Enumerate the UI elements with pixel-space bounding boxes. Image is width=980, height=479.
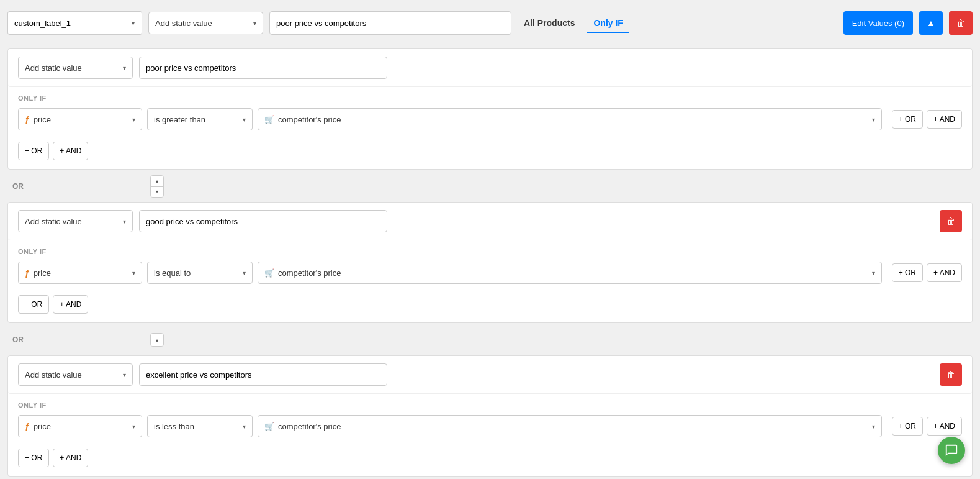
static-row-1: Add static value ▾ [8, 49, 972, 87]
rule-block-1: Add static value ▾ ONLY IF ƒ price ▾ is … [7, 48, 973, 170]
custom-label-input[interactable] [7, 11, 125, 35]
condition-val-2[interactable]: 🛒 competitor's price ▾ [258, 262, 882, 284]
or-btn-bottom-1[interactable]: + OR [18, 142, 49, 160]
rule-block-3: Add static value ▾ 🗑 ONLY IF ƒ price ▾ [7, 355, 973, 477]
static-dropdown-2[interactable]: Add static value ▾ [18, 210, 133, 232]
reorder-up-2[interactable]: ▴ [151, 334, 163, 346]
or-btn-bottom-3[interactable]: + OR [18, 449, 49, 467]
label-box: ▾ [7, 11, 142, 35]
rule-1-value-input[interactable] [139, 57, 387, 79]
reorder-control-2: ▴ [150, 333, 164, 347]
condition-field-1[interactable]: ƒ price ▾ [18, 108, 142, 130]
and-btn-bottom-2[interactable]: + AND [53, 295, 88, 314]
move-up-button[interactable]: ▲ [919, 11, 943, 35]
caret-val-3: ▾ [872, 423, 875, 430]
caret-val-2: ▾ [872, 270, 875, 276]
static-dropdown-label-3: Add static value [25, 370, 82, 380]
rule-2-only-if-header: ONLY IF ƒ price ▾ is equal to ▾ 🛒 compet… [8, 240, 972, 293]
only-if-tab[interactable]: Only IF [587, 14, 629, 33]
and-btn-bottom-3[interactable]: + AND [53, 449, 88, 467]
condition-field-2[interactable]: ƒ price ▾ [18, 262, 142, 284]
trash-icon-2: 🗑 [946, 216, 955, 226]
caret-op-3: ▾ [243, 423, 246, 430]
caret-field-3: ▾ [132, 423, 135, 430]
top-row: ▾ Add static value ▾ All Products Only I… [7, 7, 973, 39]
condition-val-label-2: competitor's price [278, 268, 341, 278]
delete-top-button[interactable]: 🗑 [949, 11, 973, 35]
condition-op-2[interactable]: is equal to ▾ [147, 262, 253, 284]
value-input-1[interactable] [269, 11, 511, 35]
main-container: ▾ Add static value ▾ All Products Only I… [0, 0, 980, 479]
label-chevron[interactable]: ▾ [125, 11, 142, 35]
rule-1-only-if-header: ONLY IF ƒ price ▾ is greater than ▾ 🛒 co… [8, 87, 972, 139]
reorder-btns-1: ▴ ▾ [150, 175, 164, 198]
static-dropdown-label-2: Add static value [25, 217, 82, 226]
condition-field-label-3: price [34, 422, 51, 431]
or-button-3[interactable]: + OR [892, 417, 923, 436]
action-btns-1: + OR + AND [892, 110, 962, 129]
rule-2-value-input[interactable] [139, 210, 387, 232]
condition-val-3[interactable]: 🛒 competitor's price ▾ [258, 415, 882, 437]
caret-icon-2: ▾ [123, 218, 126, 225]
caret-field-2: ▾ [132, 270, 135, 276]
static-dropdown-3[interactable]: Add static value ▾ [18, 363, 133, 386]
only-if-label-3: ONLY IF [18, 401, 962, 409]
caret-down-icon: ▾ [253, 20, 256, 27]
condition-field-label-1: price [34, 115, 51, 124]
chat-bubble[interactable] [938, 437, 965, 464]
or-button-1[interactable]: + OR [892, 110, 923, 129]
condition-field-label-2: price [34, 268, 51, 278]
trash-icon-3: 🗑 [946, 370, 955, 380]
rule-3-only-if-header: ONLY IF ƒ price ▾ is less than ▾ 🛒 compe… [8, 394, 972, 446]
rules-container: Add static value ▾ ONLY IF ƒ price ▾ is … [7, 48, 973, 479]
caret-val-1: ▾ [872, 116, 875, 123]
and-button-3[interactable]: + AND [927, 417, 962, 436]
or-label-1: OR [12, 182, 24, 191]
condition-row-1: ƒ price ▾ is greater than ▾ 🛒 competitor… [18, 108, 962, 130]
f-icon-1: ƒ [25, 114, 30, 124]
condition-val-1[interactable]: 🛒 competitor's price ▾ [258, 108, 882, 130]
f-icon-2: ƒ [25, 268, 30, 278]
chat-icon [945, 444, 958, 457]
or-btn-bottom-2[interactable]: + OR [18, 295, 49, 314]
all-products-tab[interactable]: All Products [518, 14, 581, 32]
action-btns-2: + OR + AND [892, 263, 962, 282]
caret-icon-3: ▾ [123, 372, 126, 378]
edit-values-button[interactable]: Edit Values (0) [843, 11, 913, 35]
condition-row-3: ƒ price ▾ is less than ▾ 🛒 competitor's … [18, 415, 962, 437]
and-btn-bottom-1[interactable]: + AND [53, 142, 88, 160]
delete-rule-3[interactable]: 🗑 [940, 363, 962, 386]
condition-op-label-3: is less than [154, 422, 194, 431]
and-button-1[interactable]: + AND [927, 110, 962, 129]
f-icon-3: ƒ [25, 421, 30, 431]
reorder-down-1[interactable]: ▾ [151, 187, 163, 198]
condition-row-2: ƒ price ▾ is equal to ▾ 🛒 competitor's p… [18, 262, 962, 284]
static-dropdown-1[interactable]: Add static value ▾ [18, 57, 133, 79]
condition-op-label-2: is equal to [154, 268, 191, 278]
bottom-btns-2: + OR + AND [8, 293, 972, 322]
and-button-2[interactable]: + AND [927, 263, 962, 282]
condition-field-3[interactable]: ƒ price ▾ [18, 415, 142, 437]
static-row-2: Add static value ▾ 🗑 [8, 203, 972, 240]
cart-icon-3: 🛒 [264, 422, 274, 431]
static-value-label: Add static value [155, 19, 212, 28]
delete-rule-2[interactable]: 🗑 [940, 210, 962, 232]
trash-icon: 🗑 [956, 18, 965, 28]
reorder-up-1[interactable]: ▴ [151, 176, 163, 187]
cart-icon-1: 🛒 [264, 115, 274, 124]
rule-3-value-input[interactable] [139, 363, 387, 386]
condition-val-label-3: competitor's price [278, 422, 341, 431]
caret-icon: ▾ [123, 65, 126, 71]
action-btns-3: + OR + AND [892, 417, 962, 436]
condition-op-3[interactable]: is less than ▾ [147, 415, 253, 437]
rule-block-2: Add static value ▾ 🗑 ONLY IF ƒ price ▾ [7, 202, 973, 323]
condition-op-1[interactable]: is greater than ▾ [147, 108, 253, 130]
only-if-label-2: ONLY IF [18, 248, 962, 255]
reorder-control-1: ▴ ▾ [150, 175, 164, 198]
cart-icon-2: 🛒 [264, 268, 274, 278]
static-value-dropdown[interactable]: Add static value ▾ [148, 12, 263, 34]
or-button-2[interactable]: + OR [892, 263, 923, 282]
or-label-2: OR [12, 335, 24, 344]
bottom-btns-3: + OR + AND [8, 446, 972, 476]
bottom-btns-1: + OR + AND [8, 139, 972, 169]
